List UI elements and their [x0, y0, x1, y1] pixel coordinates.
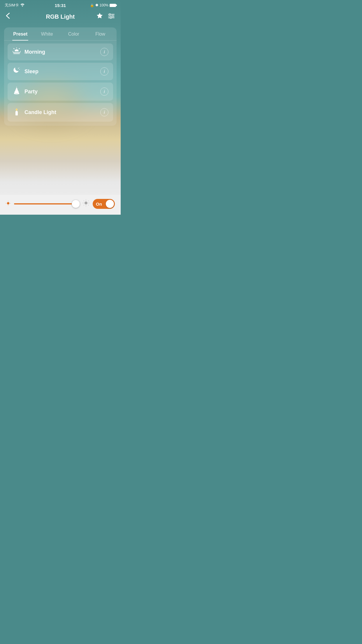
party-hat-icon	[12, 87, 21, 97]
candle-icon	[12, 107, 21, 118]
favorite-button[interactable]	[96, 12, 103, 21]
svg-point-31	[85, 202, 87, 204]
svg-point-19	[17, 88, 18, 89]
status-time: 15:31	[55, 3, 66, 8]
preset-morning-label: Morning	[24, 49, 45, 55]
power-toggle[interactable]: On	[93, 199, 115, 209]
carrier-text: 无SIM卡	[5, 3, 19, 8]
svg-point-18	[15, 93, 16, 93]
svg-point-16	[14, 92, 15, 92]
svg-line-36	[84, 201, 84, 201]
svg-line-37	[88, 201, 89, 201]
tabs: Preset White Color Flow	[4, 27, 117, 41]
preset-sleep-label: Sleep	[24, 69, 38, 75]
battery-percentage: 100%	[99, 3, 108, 7]
brightness-thumb[interactable]	[72, 200, 80, 208]
sunrise-icon	[12, 48, 21, 56]
header-actions	[96, 12, 115, 21]
bottom-control-bar: On	[0, 195, 121, 215]
preset-candle-label: Candle Light	[24, 109, 56, 116]
svg-line-39	[88, 205, 89, 205]
main-card: Preset White Color Flow	[4, 27, 117, 126]
svg-point-5	[110, 17, 112, 18]
svg-point-4	[112, 15, 114, 17]
tab-color[interactable]: Color	[60, 27, 87, 40]
svg-rect-22	[15, 115, 18, 116]
toggle-label: On	[96, 202, 102, 206]
tab-preset[interactable]: Preset	[7, 27, 34, 40]
preset-item-morning[interactable]: Morning i	[8, 43, 113, 60]
preset-item-sleep[interactable]: Sleep i	[8, 63, 113, 80]
svg-point-25	[16, 109, 17, 110]
status-right: 🔒 ✱ 100%	[90, 3, 116, 7]
brightness-min-icon	[6, 201, 10, 207]
moon-icon	[12, 67, 21, 76]
wifi-icon	[20, 3, 25, 8]
svg-point-3	[109, 13, 111, 15]
svg-point-15	[19, 67, 19, 68]
svg-line-38	[84, 205, 84, 205]
preset-list: Morning i Sleep i	[4, 41, 117, 126]
preset-candle-info[interactable]: i	[100, 108, 108, 116]
preset-party-label: Party	[24, 89, 38, 95]
preset-morning-info[interactable]: i	[100, 48, 108, 56]
svg-point-14	[19, 69, 20, 70]
svg-point-26	[7, 202, 9, 204]
tab-flow[interactable]: Flow	[87, 27, 114, 40]
settings-button[interactable]	[108, 13, 115, 20]
svg-line-8	[14, 48, 14, 49]
lock-icon: 🔒	[90, 4, 94, 7]
toggle-knob	[106, 200, 114, 208]
tab-white[interactable]: White	[34, 27, 61, 40]
bluetooth-icon: ✱	[95, 3, 98, 7]
header: RGB Light	[0, 9, 121, 24]
svg-point-13	[18, 68, 19, 69]
preset-item-candle[interactable]: Candle Light i	[8, 103, 113, 122]
preset-item-party[interactable]: Party i	[8, 83, 113, 101]
status-left: 无SIM卡	[5, 3, 25, 8]
preset-party-info[interactable]: i	[100, 88, 108, 96]
page-title: RGB Light	[46, 13, 75, 20]
brightness-slider[interactable]	[14, 200, 79, 208]
status-bar: 无SIM卡 15:31 🔒 ✱ 100%	[0, 0, 121, 9]
preset-sleep-info[interactable]: i	[100, 67, 108, 76]
svg-point-17	[18, 91, 19, 92]
svg-rect-21	[15, 111, 18, 115]
battery-icon	[110, 4, 116, 7]
back-button[interactable]	[6, 13, 15, 21]
brightness-max-icon	[83, 200, 89, 208]
svg-line-7	[19, 48, 20, 49]
